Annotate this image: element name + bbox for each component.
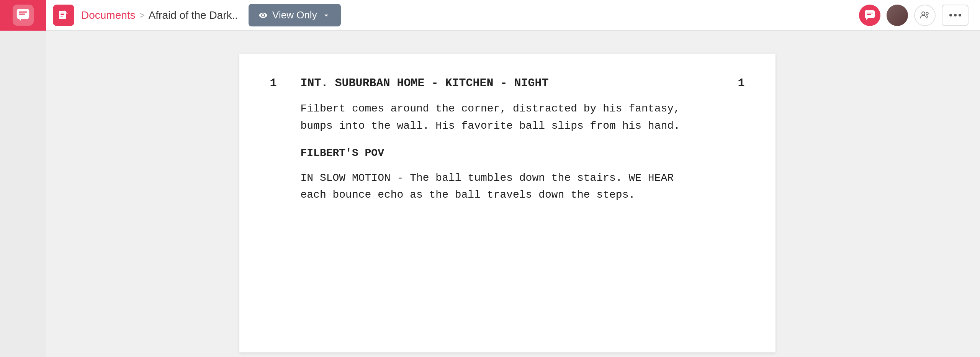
- svg-rect-2: [19, 13, 25, 15]
- svg-rect-7: [61, 16, 63, 16]
- dot3: [959, 14, 961, 16]
- app-logo: [13, 5, 34, 26]
- header: Documents > Afraid of the Dark.. View On…: [0, 0, 980, 31]
- breadcrumb: Documents > Afraid of the Dark..: [81, 9, 238, 21]
- action-paragraph-2: IN SLOW MOTION - The ball tumbles down t…: [270, 170, 745, 204]
- breadcrumb-current-doc: Afraid of the Dark..: [149, 9, 238, 21]
- svg-rect-10: [867, 13, 873, 13]
- left-sidebar: [0, 31, 46, 357]
- svg-rect-1: [19, 11, 27, 13]
- action-text-2: IN SLOW MOTION - The ball tumbles down t…: [301, 172, 674, 201]
- eye-icon: [258, 11, 268, 20]
- users-icon: [919, 10, 930, 21]
- chevron-down-icon: [322, 11, 331, 20]
- users-button[interactable]: [914, 5, 936, 26]
- document-icon: [58, 10, 69, 21]
- shot-heading: FILBERT'S POV: [270, 147, 745, 159]
- chat-icon: [864, 10, 875, 21]
- svg-rect-11: [867, 14, 871, 15]
- dot2: [954, 14, 957, 16]
- scene-heading-text: INT. SUBURBAN HOME - KITCHEN - NIGHT: [289, 77, 726, 90]
- svg-rect-6: [61, 14, 64, 15]
- svg-rect-5: [61, 13, 64, 13]
- script-page: 1 INT. SUBURBAN HOME - KITCHEN - NIGHT 1…: [239, 54, 775, 352]
- content-area: 1 INT. SUBURBAN HOME - KITCHEN - NIGHT 1…: [46, 31, 969, 357]
- avatar-image: [887, 5, 908, 26]
- chat-button[interactable]: [859, 5, 880, 26]
- scene-heading-row: 1 INT. SUBURBAN HOME - KITCHEN - NIGHT 1: [270, 77, 745, 90]
- more-options-button[interactable]: [942, 5, 969, 26]
- breadcrumb-separator: >: [139, 10, 145, 21]
- svg-marker-3: [19, 19, 21, 21]
- action-paragraph-1: Filbert comes around the corner, distrac…: [270, 100, 745, 135]
- scene-number-left: 1: [270, 77, 289, 90]
- view-only-button[interactable]: View Only: [249, 4, 341, 26]
- breadcrumb-documents-link[interactable]: Documents: [81, 9, 136, 21]
- svg-marker-12: [866, 18, 868, 20]
- chat-bubble-logo-icon: [16, 8, 30, 22]
- user-avatar[interactable]: [887, 5, 908, 26]
- action-text-1: Filbert comes around the corner, distrac…: [301, 103, 680, 132]
- dot1: [949, 14, 952, 16]
- document-icon-button[interactable]: [53, 5, 74, 26]
- logo-area: [0, 0, 46, 31]
- right-sidebar: [969, 31, 980, 357]
- main-area: 1 INT. SUBURBAN HOME - KITCHEN - NIGHT 1…: [0, 31, 980, 357]
- view-only-label: View Only: [272, 9, 317, 21]
- svg-marker-8: [65, 10, 68, 13]
- svg-point-13: [922, 12, 925, 15]
- scene-number-right: 1: [726, 77, 745, 90]
- svg-point-14: [926, 12, 928, 15]
- header-right-controls: [859, 5, 980, 26]
